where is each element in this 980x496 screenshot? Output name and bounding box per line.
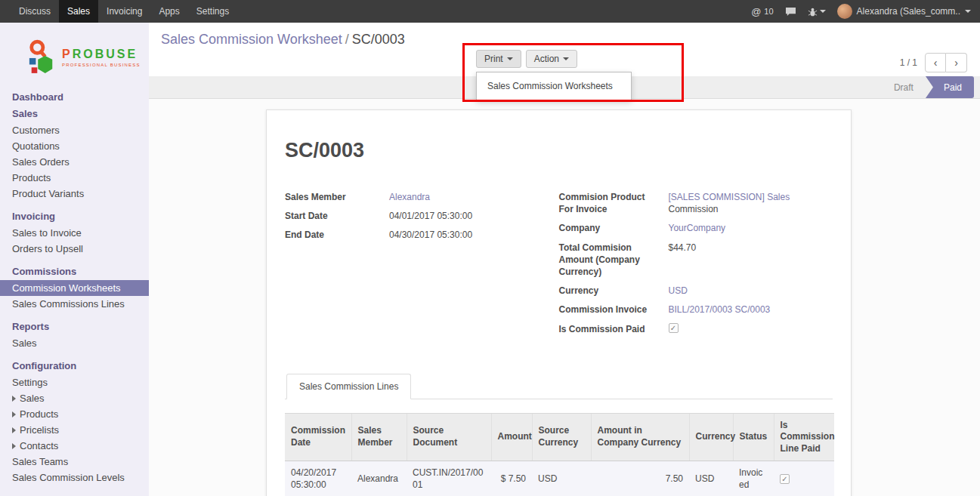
col-amount-company-currency: Amount in Company Currency bbox=[591, 413, 689, 461]
field-start-date: Start Date 04/01/2017 05:30:00 bbox=[285, 210, 559, 222]
sales-member-link[interactable]: Alexandra bbox=[389, 192, 430, 202]
table-row[interactable]: 04/20/2017 05:30:00 Alexandra CUST.IN/20… bbox=[285, 461, 834, 496]
field-label: End Date bbox=[285, 229, 389, 241]
status-paid[interactable]: Paid bbox=[926, 76, 974, 98]
sidebar-section-commissions[interactable]: Commissions bbox=[0, 263, 149, 280]
sidebar-item-commission-worksheets[interactable]: Commission Worksheets bbox=[0, 280, 149, 296]
field-label: Start Date bbox=[285, 210, 389, 222]
sidebar-item-orders-to-upsell[interactable]: Orders to Upsell bbox=[0, 241, 149, 257]
cell-paid: ✓ bbox=[774, 461, 834, 496]
sidebar-item-reports-sales[interactable]: Sales bbox=[0, 335, 149, 351]
sidebar-item-config-products[interactable]: Products bbox=[0, 406, 149, 422]
cell-currency: USD bbox=[689, 461, 733, 496]
col-currency: Currency bbox=[689, 413, 733, 461]
col-is-commission-line-paid: Is Commission Line Paid bbox=[774, 413, 834, 461]
field-end-date: End Date 04/30/2017 05:30:00 bbox=[285, 229, 559, 241]
user-name: Alexandra (Sales_comm.. bbox=[857, 6, 960, 17]
breadcrumb-separator: / bbox=[342, 32, 352, 47]
field-sales-member: Sales Member Alexandra bbox=[285, 191, 559, 203]
sidebar-item-products[interactable]: Products bbox=[0, 170, 149, 186]
commission-product-link[interactable]: [SALES COMMISSION] Sales bbox=[669, 192, 790, 202]
sidebar-section-reports[interactable]: Reports bbox=[0, 319, 149, 335]
topbar-menus: Discuss Sales Invoicing Apps Settings bbox=[0, 0, 237, 23]
field-commission-product: Commision Product For Invoice [SALES COM… bbox=[559, 191, 833, 215]
company-link[interactable]: YourCompany bbox=[669, 223, 726, 233]
developer-mode-button[interactable] bbox=[808, 7, 826, 17]
field-label: Sales Member bbox=[285, 191, 389, 203]
menu-apps[interactable]: Apps bbox=[150, 0, 187, 23]
print-button[interactable]: Print bbox=[476, 50, 521, 68]
dropdown-item-sales-commission-worksheets[interactable]: Sales Commission Worksheets bbox=[477, 76, 631, 96]
menu-sales[interactable]: Sales bbox=[59, 0, 98, 23]
print-button-label: Print bbox=[484, 54, 503, 64]
sidebar-item-config-contacts[interactable]: Contacts bbox=[0, 438, 149, 454]
col-status: Status bbox=[733, 413, 774, 461]
sidebar-section-invoicing[interactable]: Invoicing bbox=[0, 208, 149, 225]
commission-invoice-link[interactable]: BILL/2017/0003 SC/0003 bbox=[669, 304, 771, 315]
is-commission-paid-checkbox[interactable]: ✓ bbox=[669, 323, 679, 333]
sidebar-item-sales-teams[interactable]: Sales Teams bbox=[0, 454, 149, 470]
sidebar-item-dashboard[interactable]: Dashboard bbox=[0, 89, 149, 106]
print-dropdown-menu: Sales Commission Worksheets bbox=[476, 72, 632, 100]
pager-next-button[interactable]: › bbox=[946, 53, 967, 72]
action-button[interactable]: Action bbox=[526, 50, 577, 68]
col-commission-date: Commission Date bbox=[285, 413, 351, 461]
field-company: Company YourCompany bbox=[559, 222, 833, 234]
form-sheet: SC/0003 Sales Member Alexandra Start Dat… bbox=[266, 109, 852, 496]
caret-right-icon bbox=[12, 443, 16, 449]
sidebar-item-sales-commission-levels[interactable]: Sales Commission Levels bbox=[0, 470, 149, 485]
chevron-left-icon: ‹ bbox=[934, 57, 938, 69]
col-source-currency: Source Currency bbox=[532, 413, 591, 461]
topbar-right: @ 10 Alexandra (Sales_comm.. bbox=[751, 0, 980, 23]
breadcrumb-current: SC/0003 bbox=[352, 32, 405, 47]
sidebar-item-quotations[interactable]: Quotations bbox=[0, 138, 149, 154]
sidebar-item-label: Sales bbox=[20, 393, 45, 404]
action-button-area: Print Action Sales Commission Worksheets bbox=[476, 50, 577, 68]
user-menu[interactable]: Alexandra (Sales_comm.. bbox=[837, 4, 971, 19]
menu-discuss[interactable]: Discuss bbox=[11, 0, 59, 23]
field-label: Currency bbox=[559, 285, 669, 297]
logo-subtitle: PROFESSIONAL BUSINESS bbox=[62, 63, 141, 67]
status-draft[interactable]: Draft bbox=[882, 76, 926, 98]
form-area: SC/0003 Sales Member Alexandra Start Dat… bbox=[149, 99, 980, 496]
field-group-left: Sales Member Alexandra Start Date 04/01/… bbox=[285, 191, 559, 342]
cell-date: 04/20/2017 05:30:00 bbox=[285, 461, 351, 496]
sidebar-item-config-pricelists[interactable]: Pricelists bbox=[0, 422, 149, 438]
line-paid-checkbox[interactable]: ✓ bbox=[780, 474, 790, 484]
field-groups: Sales Member Alexandra Start Date 04/01/… bbox=[285, 191, 833, 342]
currency-link[interactable]: USD bbox=[669, 285, 688, 296]
tab-sales-commission-lines[interactable]: Sales Commission Lines bbox=[286, 374, 411, 399]
start-date-value: 04/01/2017 05:30:00 bbox=[389, 210, 472, 222]
breadcrumb: Sales Commission Worksheet/SC/0003 bbox=[161, 32, 405, 48]
messages-button[interactable] bbox=[785, 7, 796, 17]
menu-settings[interactable]: Settings bbox=[188, 0, 237, 23]
mentions-indicator[interactable]: @ 10 bbox=[751, 6, 773, 17]
field-currency: Currency USD bbox=[559, 285, 833, 297]
sidebar-item-sales-to-invoice[interactable]: Sales to Invoice bbox=[0, 225, 149, 241]
sidebar-item-sales-commissions-lines[interactable]: Sales Commissions Lines bbox=[0, 296, 149, 312]
sidebar-section-configuration[interactable]: Configuration bbox=[0, 358, 149, 374]
chevron-right-icon: › bbox=[954, 57, 958, 69]
sidebar-section-sales[interactable]: Sales bbox=[0, 106, 149, 122]
sidebar-item-customers[interactable]: Customers bbox=[0, 122, 149, 138]
col-amount: Amount bbox=[491, 413, 532, 461]
caret-down-icon bbox=[965, 10, 971, 13]
chat-bubble-icon bbox=[785, 7, 796, 17]
pager: 1 / 1 ‹ › bbox=[900, 53, 967, 72]
breadcrumb-parent-link[interactable]: Sales Commission Worksheet bbox=[161, 32, 342, 47]
cell-member: Alexandra bbox=[351, 461, 407, 496]
caret-right-icon bbox=[12, 396, 16, 402]
pager-count: 1 / 1 bbox=[900, 57, 917, 68]
sidebar-item-product-variants[interactable]: Product Variants bbox=[0, 186, 149, 202]
sidebar-item-label: Products bbox=[20, 408, 58, 420]
pager-previous-button[interactable]: ‹ bbox=[925, 53, 946, 72]
probuse-logo[interactable]: PROBUSE PROFESSIONAL BUSINESS bbox=[0, 23, 149, 89]
menu-invoicing[interactable]: Invoicing bbox=[98, 0, 150, 23]
commission-lines-table: Commission Date Sales Member Source Docu… bbox=[285, 413, 834, 496]
cell-amount: $ 7.50 bbox=[491, 461, 532, 496]
sidebar-item-config-sales[interactable]: Sales bbox=[0, 390, 149, 406]
statusbar: Draft Paid bbox=[882, 76, 974, 98]
sidebar-item-settings[interactable]: Settings bbox=[0, 374, 149, 390]
sidebar-nav: Dashboard Sales Customers Quotations Sal… bbox=[0, 89, 149, 485]
sidebar-item-sales-orders[interactable]: Sales Orders bbox=[0, 154, 149, 170]
